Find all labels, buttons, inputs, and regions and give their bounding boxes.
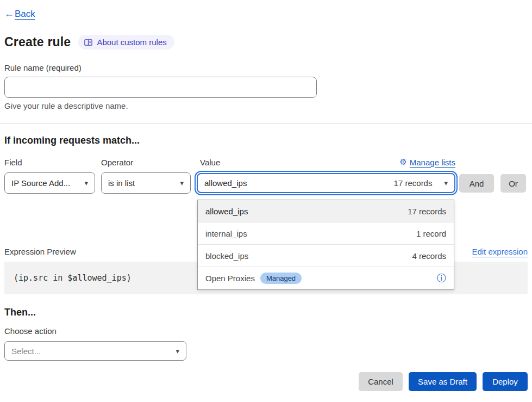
dropdown-option-internal-ips[interactable]: internal_ips 1 record <box>198 222 454 245</box>
about-badge-label: About custom rules <box>97 38 166 47</box>
manage-lists-label: Manage lists <box>410 158 455 167</box>
action-select[interactable]: Select... ▾ <box>4 341 186 361</box>
title-row: Create rule About custom rules <box>4 35 174 50</box>
save-as-draft-button[interactable]: Save as Draft <box>409 372 477 391</box>
about-custom-rules-link[interactable]: About custom rules <box>78 35 174 50</box>
section-divider <box>0 123 532 124</box>
rule-name-label: Rule name (required) <box>4 63 82 72</box>
page-title: Create rule <box>4 35 71 50</box>
managed-badge: Managed <box>260 273 302 284</box>
chevron-down-icon: ▾ <box>84 179 88 187</box>
value-select-records-count: 17 records <box>394 178 433 188</box>
or-button[interactable]: Or <box>500 174 526 193</box>
value-select[interactable]: allowed_ips 17 records ▾ <box>197 173 455 193</box>
and-button[interactable]: And <box>459 174 494 193</box>
field-select[interactable]: IP Source Add... ▾ <box>4 172 95 194</box>
chevron-down-icon: ▾ <box>176 347 179 355</box>
book-icon <box>84 39 92 46</box>
list-records-count: 1 record <box>416 229 446 238</box>
list-name: Open Proxies <box>205 274 255 283</box>
field-select-value: IP Source Add... <box>11 178 70 188</box>
create-rule-page: ←Back Create rule About custom rules Rul… <box>0 0 532 402</box>
dropdown-option-blocked-ips[interactable]: blocked_ips 4 records <box>198 245 454 267</box>
info-icon[interactable]: ⓘ <box>437 274 446 283</box>
cancel-button[interactable]: Cancel <box>359 372 403 391</box>
gear-icon: ⚙ <box>399 157 406 167</box>
dropdown-option-open-proxies[interactable]: Open Proxies Managed ⓘ <box>198 267 454 289</box>
operator-label: Operator <box>101 158 133 167</box>
dropdown-option-allowed-ips[interactable]: allowed_ips 17 records <box>198 200 454 222</box>
list-name: allowed_ips <box>205 207 248 216</box>
chevron-down-icon: ▾ <box>180 179 184 187</box>
back-link-label: Back <box>15 9 35 20</box>
edit-expression-link[interactable]: Edit expression <box>472 247 528 256</box>
back-arrow-icon: ← <box>4 8 14 20</box>
expression-code: (ip.src in $allowed_ips) <box>14 273 132 283</box>
field-label: Field <box>4 158 22 167</box>
list-records-count: 17 records <box>408 207 446 216</box>
rule-name-input[interactable] <box>4 77 317 98</box>
expression-preview-label: Expression Preview <box>4 247 76 256</box>
value-dropdown-panel: allowed_ips 17 records internal_ips 1 re… <box>197 200 454 290</box>
list-name: blocked_ips <box>205 251 248 261</box>
deploy-button[interactable]: Deploy <box>483 372 528 391</box>
rule-name-helper-text: Give your rule a descriptive name. <box>4 101 128 110</box>
match-section-heading: If incoming requests match... <box>4 135 140 146</box>
back-link[interactable]: ←Back <box>4 8 35 20</box>
list-records-count: 4 records <box>412 251 446 261</box>
then-section-heading: Then... <box>4 307 36 318</box>
value-select-value: allowed_ips <box>204 178 247 188</box>
operator-select-value: is in list <box>108 178 135 188</box>
manage-lists-link[interactable]: ⚙ Manage lists <box>399 157 455 167</box>
action-select-placeholder: Select... <box>11 347 41 356</box>
value-label: Value <box>200 158 220 167</box>
chevron-down-icon: ▾ <box>444 179 448 187</box>
operator-select[interactable]: is in list ▾ <box>101 172 191 194</box>
choose-action-label: Choose action <box>4 326 57 336</box>
list-name: internal_ips <box>205 229 247 238</box>
